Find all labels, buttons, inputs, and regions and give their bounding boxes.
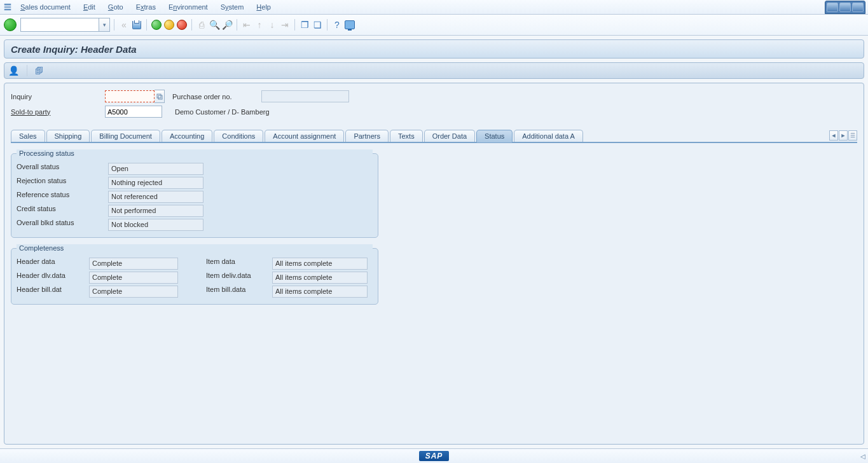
status-bar: SAP ◁ [0,448,868,463]
tabstrip: Sales Shipping Billing Document Accounti… [11,129,857,143]
reference-status-label: Reference status [17,191,106,203]
app-toolbar: 👤 🗐 [4,62,864,79]
page-title: Create Inquiry: Header Data [11,44,137,55]
item-data-value: All items complete [272,258,368,270]
user-icon[interactable]: 👤 [8,66,19,76]
standard-toolbar: ▾ « ⎙ 🔍 🔎 ⇤ ↑ ↓ ⇥ ❐ ❏ ? [0,15,868,36]
soldto-label[interactable]: Sold-to party [11,108,100,116]
item-deliv-label: Item deliv.data [206,272,270,284]
svg-rect-1 [158,95,162,99]
menu-bar: Sales document Edit Goto Extras Environm… [0,0,868,15]
menu-environment[interactable]: Environment [163,2,213,12]
menu-goto[interactable]: Goto [103,2,128,12]
inquiry-input[interactable] [105,90,155,102]
tab-scroll-left-icon[interactable]: ◄ [829,130,838,141]
item-deliv-value: All items complete [272,272,368,284]
menu-edit[interactable]: Edit [78,2,100,12]
overall-blkd-status-value: Not blocked [108,219,203,231]
save-icon[interactable] [131,19,142,31]
rejection-status-label: Rejection status [17,177,106,189]
close-icon[interactable] [852,3,864,12]
tab-status[interactable]: Status [476,130,513,142]
exit-yellow-icon[interactable] [163,19,175,31]
svg-rect-0 [157,94,161,98]
overall-status-label: Overall status [17,163,106,175]
command-field[interactable]: ▾ [20,18,110,32]
command-dropdown-icon[interactable]: ▾ [99,18,110,32]
tab-account-assignment[interactable]: Account assignment [265,130,344,142]
system-menu-icon[interactable] [3,2,13,12]
display-doc-icon[interactable]: 🗐 [35,66,43,76]
tab-conditions[interactable]: Conditions [214,130,263,142]
minimize-icon[interactable] [827,3,838,12]
first-page-icon: ⇤ [241,19,252,31]
title-bar: Create Inquiry: Header Data [4,39,864,59]
tab-scroll-right-icon[interactable]: ► [839,130,848,141]
tab-billing-document[interactable]: Billing Document [91,130,160,142]
inquiry-label: Inquiry [11,93,100,100]
maximize-icon[interactable] [839,3,851,12]
app-container: Create Inquiry: Header Data 👤 🗐 Inquiry … [0,36,868,448]
completeness-legend: Completeness [17,244,373,252]
item-data-label: Item data [206,258,270,270]
processing-status-legend: Processing status [17,149,373,157]
last-page-icon: ⇥ [279,19,291,31]
soldto-input[interactable] [105,106,162,118]
new-session-icon[interactable]: ❐ [299,19,310,31]
command-input[interactable] [20,18,99,32]
back-green-icon[interactable] [151,19,162,31]
overall-blkd-status-label: Overall blkd status [17,219,106,231]
header-data-label: Header data [17,258,86,270]
sap-logo: SAP [419,451,450,461]
window-controls [825,1,865,14]
statusbar-handle-icon[interactable]: ◁ [860,453,865,460]
tab-order-data[interactable]: Order Data [424,130,475,142]
menu-extras[interactable]: Extras [131,2,161,12]
shortcut-icon[interactable]: ❏ [312,19,323,31]
completeness-group: Completeness Header data Complete Item d… [11,248,378,305]
item-bill-value: All items complete [272,286,368,298]
soldto-description: Demo Customer / D- Bamberg [175,108,270,116]
back-icon[interactable]: « [118,19,130,31]
tab-accounting[interactable]: Accounting [162,130,212,142]
tab-shipping[interactable]: Shipping [46,130,90,142]
tab-scroll: ◄ ► ☰ [829,130,857,141]
layout-icon[interactable] [344,19,355,31]
rejection-status-value: Nothing rejected [108,177,203,189]
ok-button[interactable] [4,18,17,31]
po-label: Purchase order no. [172,93,232,100]
header-dlv-value: Complete [89,272,178,284]
processing-status-group: Processing status Overall status Open Re… [11,153,378,238]
help-icon[interactable]: ? [331,19,343,31]
tab-list-icon[interactable]: ☰ [848,130,857,141]
header-form: Inquiry Purchase order no. Sold-to party… [11,90,857,118]
header-bill-label: Header bill.dat [17,286,86,298]
find-icon: 🔍 [209,19,220,31]
credit-status-label: Credit status [17,205,106,217]
find-next-icon: 🔎 [221,19,233,31]
tab-additional-data-a[interactable]: Additional data A [514,130,583,142]
overall-status-value: Open [108,163,203,175]
reference-status-value: Not referenced [108,191,203,203]
po-field[interactable] [261,90,349,102]
inquiry-f4-icon[interactable] [155,90,165,103]
tab-texts[interactable]: Texts [390,130,423,142]
tab-partners[interactable]: Partners [345,130,389,142]
prev-page-icon: ↑ [254,19,265,31]
header-data-value: Complete [89,258,178,270]
print-icon: ⎙ [196,19,207,31]
tab-sales[interactable]: Sales [11,130,45,142]
menu-help[interactable]: Help [251,2,276,12]
next-page-icon: ↓ [266,19,278,31]
header-dlv-label: Header dlv.data [17,272,86,284]
content-area: Inquiry Purchase order no. Sold-to party… [4,83,864,445]
menu-system[interactable]: System [216,2,249,12]
cancel-red-icon[interactable] [176,19,188,31]
menu-sales-document[interactable]: Sales document [15,2,76,12]
header-bill-value: Complete [89,286,178,298]
item-bill-label: Item bill.data [206,286,270,298]
credit-status-value: Not performed [108,205,203,217]
